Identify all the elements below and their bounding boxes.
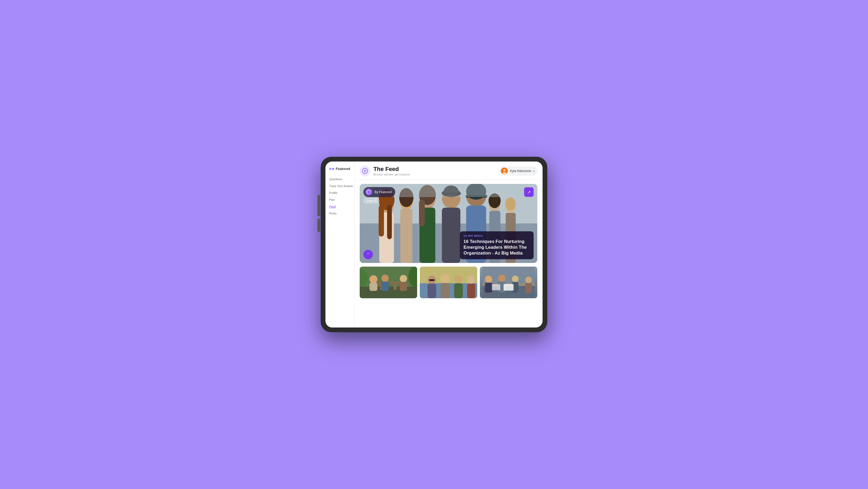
- main-content: The Feed Browse articles, get inspired K…: [354, 161, 542, 328]
- tablet-device: Featured Questions Track Your Answer Pro…: [321, 157, 547, 332]
- feed-content: By Featured ↗ June 12 " AZ BIG ME: [354, 180, 542, 328]
- user-name: Kyla Halvorson: [510, 169, 531, 173]
- svg-rect-67: [525, 283, 532, 293]
- page-header: The Feed Browse articles, get inspired K…: [354, 161, 542, 180]
- logo-dot-blue: [332, 168, 334, 170]
- feed-icon-container: [360, 166, 370, 176]
- thumbnail-image-1: [360, 267, 417, 298]
- svg-rect-53: [454, 283, 463, 298]
- svg-rect-37: [394, 283, 397, 290]
- thumb1-illustration: [360, 267, 417, 298]
- svg-rect-11: [400, 209, 412, 263]
- svg-rect-51: [441, 283, 450, 298]
- badge-avatar-inner: [367, 190, 371, 194]
- tablet-screen: Featured Questions Track Your Answer Pro…: [326, 161, 542, 328]
- chevron-down-icon: ▾: [533, 170, 535, 173]
- article-caption: AZ BIG MEDIA 16 Techniques For Nurturing…: [460, 231, 534, 259]
- svg-rect-56: [429, 279, 435, 281]
- user-profile-button[interactable]: Kyla Halvorson ▾: [499, 166, 537, 176]
- quote-button[interactable]: ": [363, 250, 373, 259]
- logo-dots: [329, 168, 334, 170]
- thumbnail-image-3: [480, 267, 537, 298]
- svg-rect-41: [381, 282, 389, 291]
- quote-icon: ": [368, 252, 369, 256]
- page-title: The Feed: [373, 166, 410, 172]
- svg-rect-18: [442, 208, 460, 263]
- by-featured-label: By Featured: [374, 190, 392, 194]
- sidebar-item-questions[interactable]: Questions: [329, 177, 350, 182]
- svg-point-50: [441, 274, 450, 283]
- svg-point-40: [381, 275, 389, 282]
- featured-overlay-top: By Featured ↗: [360, 184, 537, 200]
- svg-point-38: [369, 275, 377, 283]
- svg-rect-61: [485, 283, 492, 293]
- avatar-image: [501, 167, 508, 175]
- featured-article[interactable]: By Featured ↗ June 12 " AZ BIG ME: [360, 184, 537, 263]
- svg-rect-9: [387, 205, 392, 239]
- header-left: The Feed Browse articles, get inspired: [360, 166, 410, 176]
- article-title: 16 Techniques For Nurturing Emerging Lea…: [464, 239, 530, 256]
- external-link-icon: ↗: [527, 190, 531, 195]
- svg-rect-43: [400, 282, 407, 291]
- sidebar-item-plan[interactable]: Plan: [329, 197, 350, 202]
- svg-rect-68: [503, 284, 514, 291]
- svg-point-64: [512, 276, 519, 282]
- featured-external-link-button[interactable]: ↗: [524, 187, 534, 197]
- sidebar-item-track[interactable]: Track Your Answer: [329, 183, 350, 189]
- sidebar-item-profile[interactable]: Profile: [329, 190, 350, 195]
- svg-point-54: [467, 276, 475, 284]
- logo-dot-purple: [329, 168, 331, 170]
- svg-point-1: [503, 169, 505, 171]
- feed-icon: [362, 168, 368, 174]
- thumbnail-item-1[interactable]: GREENHAIR.ORG ↗: [360, 267, 417, 298]
- svg-rect-8: [379, 205, 384, 237]
- thumbnail-image-2: [420, 267, 477, 298]
- feed-icon-dot: [364, 170, 366, 172]
- logo-text: Featured: [336, 167, 350, 171]
- by-featured-badge[interactable]: By Featured: [363, 187, 395, 197]
- sidebar-item-feed[interactable]: Feed: [329, 204, 350, 209]
- thumbnail-item-2[interactable]: AMAPHOENIX.ORG ↗: [420, 267, 477, 298]
- thumbnail-item-3[interactable]: GRIT DAILY ↗: [480, 267, 537, 298]
- date-badge: June 12: [363, 198, 379, 204]
- sidebar-item-perks[interactable]: Perks: [329, 211, 350, 216]
- thumbnail-grid: GREENHAIR.ORG ↗: [360, 267, 537, 298]
- badge-avatar: [366, 189, 372, 195]
- svg-point-42: [400, 275, 407, 282]
- thumb2-illustration: [420, 267, 477, 298]
- svg-point-52: [454, 275, 463, 284]
- svg-rect-55: [467, 283, 475, 298]
- avatar: [501, 167, 508, 175]
- article-source: AZ BIG MEDIA: [464, 235, 530, 237]
- sidebar-logo: Featured: [329, 167, 350, 171]
- svg-point-62: [498, 275, 506, 282]
- svg-rect-39: [369, 283, 377, 291]
- svg-rect-16: [419, 200, 425, 226]
- svg-rect-69: [492, 284, 500, 291]
- svg-rect-49: [427, 283, 436, 298]
- thumb3-illustration: [483, 267, 535, 298]
- header-titles: The Feed Browse articles, get inspired: [373, 166, 410, 176]
- sidebar: Featured Questions Track Your Answer Pro…: [326, 161, 354, 328]
- svg-point-66: [525, 277, 532, 283]
- page-subtitle: Browse articles, get inspired: [373, 173, 410, 176]
- svg-point-60: [485, 276, 492, 283]
